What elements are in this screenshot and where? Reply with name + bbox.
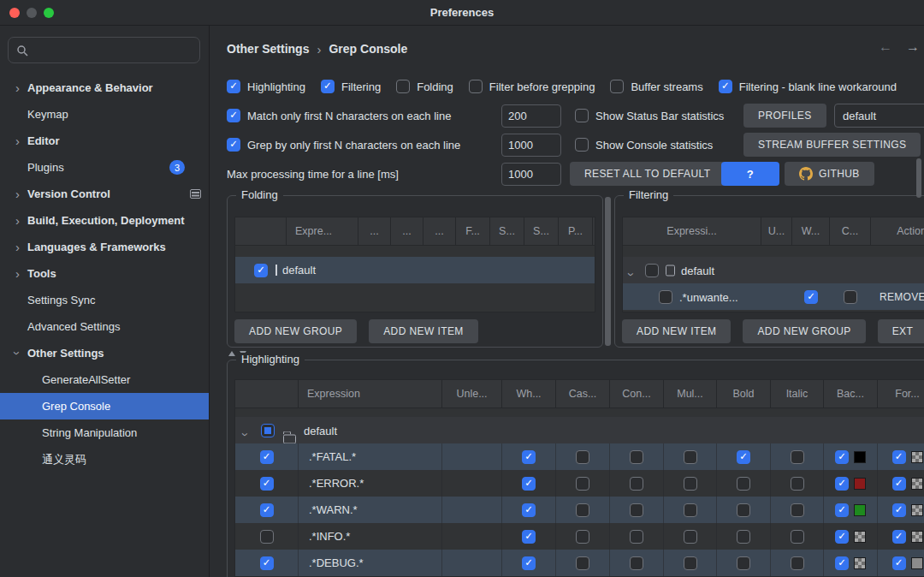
add-new-item-button[interactable]: ADD NEW ITEM xyxy=(622,319,731,343)
chevron-right-icon[interactable]: › xyxy=(11,81,24,94)
whole-line-checkbox[interactable] xyxy=(804,290,818,304)
filtering-row[interactable]: .*unwante...REMOVE xyxy=(623,283,924,310)
whole-line-checkbox[interactable] xyxy=(522,477,536,491)
column-header[interactable]: Wh... xyxy=(502,380,556,407)
column-header[interactable]: ... xyxy=(424,217,456,245)
highlighting-checkbox[interactable] xyxy=(227,80,240,93)
vertical-splitter[interactable] xyxy=(605,197,611,346)
profile-select[interactable]: default xyxy=(834,104,924,128)
whole-line-checkbox[interactable] xyxy=(522,503,536,517)
column-header[interactable]: ... xyxy=(391,217,424,245)
bold-checkbox[interactable] xyxy=(737,530,750,544)
sidebar-item-settings-sync[interactable]: ›Settings Sync xyxy=(0,287,209,313)
column-header[interactable]: For... xyxy=(878,380,924,407)
column-header[interactable]: W... xyxy=(792,217,830,245)
row-enabled-checkbox[interactable] xyxy=(260,477,274,491)
highlighting-row[interactable]: .*ERROR.* xyxy=(235,470,924,497)
expression-cell[interactable]: .*DEBUG.* xyxy=(309,556,364,569)
multiline-checkbox[interactable] xyxy=(684,477,697,491)
whole-line-checkbox[interactable] xyxy=(522,450,536,464)
folding-row[interactable]: default xyxy=(235,257,595,283)
buffer-streams-checkbox[interactable] xyxy=(610,80,624,93)
column-header[interactable]: F... xyxy=(456,217,490,245)
column-header[interactable]: U... xyxy=(761,217,792,245)
match-first-input[interactable] xyxy=(501,104,561,128)
sidebar-item-editor[interactable]: ›Editor xyxy=(0,128,209,154)
bold-checkbox[interactable] xyxy=(737,556,750,570)
column-header[interactable]: Action xyxy=(871,217,924,245)
foreground-color-swatch[interactable] xyxy=(911,451,923,463)
highlighting-row[interactable]: .*INFO.* xyxy=(235,523,924,550)
chevron-right-icon[interactable]: › xyxy=(11,187,24,200)
sidebar-item-languages-frameworks[interactable]: ›Languages & Frameworks xyxy=(0,234,209,260)
continue-matching-checkbox[interactable] xyxy=(630,530,643,544)
sidebar-item-appearance-behavior[interactable]: ›Appearance & Behavior xyxy=(0,74,209,101)
background-enabled-checkbox[interactable] xyxy=(835,556,849,570)
foreground-enabled-checkbox[interactable] xyxy=(892,477,906,491)
filtering-enabled-checkbox[interactable] xyxy=(659,290,672,304)
folding-checkbox[interactable] xyxy=(396,80,410,93)
group-enabled-checkbox[interactable] xyxy=(261,424,275,437)
case-insensitive-checkbox[interactable] xyxy=(576,530,589,544)
sidebar-item-other-settings[interactable]: ›Other Settings xyxy=(0,340,209,366)
background-color-swatch[interactable] xyxy=(854,531,866,543)
column-header[interactable]: Bac... xyxy=(824,380,878,407)
case-insensitive-checkbox[interactable] xyxy=(844,290,857,304)
background-color-swatch[interactable] xyxy=(854,451,866,463)
chevron-down-icon[interactable]: › xyxy=(11,347,24,360)
highlighting-row[interactable]: .*WARN.* xyxy=(235,497,924,523)
foreground-enabled-checkbox[interactable] xyxy=(892,556,906,570)
italic-checkbox[interactable] xyxy=(791,556,804,570)
sidebar-item-version-control[interactable]: ›Version Control xyxy=(0,181,209,207)
sidebar-item-tools[interactable]: ›Tools xyxy=(0,260,209,287)
filtering-group-checkbox[interactable] xyxy=(645,264,659,277)
grep-first-input[interactable] xyxy=(501,134,561,157)
bold-checkbox[interactable] xyxy=(737,450,750,464)
case-insensitive-checkbox[interactable] xyxy=(576,450,589,464)
column-header[interactable]: Italic xyxy=(771,380,824,407)
folding-enabled-checkbox[interactable] xyxy=(254,264,268,277)
column-header[interactable]: Cas... xyxy=(556,380,610,407)
highlighting-row[interactable]: .*DEBUG.* xyxy=(235,550,924,576)
sidebar-item-generateallsetter[interactable]: ›GenerateAllSetter xyxy=(0,366,209,393)
grep-first-checkbox[interactable] xyxy=(227,138,240,152)
breadcrumb-current[interactable]: Grep Console xyxy=(329,42,407,56)
zoom-button[interactable] xyxy=(44,8,54,18)
minimize-button[interactable] xyxy=(27,8,37,18)
column-header[interactable]: P... xyxy=(559,217,593,245)
highlighting-group-row[interactable]: ›default xyxy=(235,417,924,443)
continue-matching-checkbox[interactable] xyxy=(630,503,643,517)
background-color-swatch[interactable] xyxy=(854,557,866,569)
add-new-group-button[interactable]: ADD NEW GROUP xyxy=(743,319,865,343)
italic-checkbox[interactable] xyxy=(791,530,804,544)
match-first-checkbox[interactable] xyxy=(227,109,240,122)
background-enabled-checkbox[interactable] xyxy=(835,530,849,544)
case-insensitive-checkbox[interactable] xyxy=(576,477,589,491)
case-insensitive-checkbox[interactable] xyxy=(576,556,589,570)
column-header[interactable]: Expression xyxy=(299,380,442,407)
scrollbar-thumb[interactable] xyxy=(916,158,921,198)
bold-checkbox[interactable] xyxy=(737,477,750,491)
multiline-checkbox[interactable] xyxy=(684,530,697,544)
horizontal-splitter[interactable] xyxy=(227,348,924,360)
status-bar-checkbox[interactable] xyxy=(575,109,589,122)
italic-checkbox[interactable] xyxy=(791,477,804,491)
expression-cell[interactable]: .*INFO.* xyxy=(309,530,350,543)
chevron-right-icon[interactable]: › xyxy=(11,241,24,253)
sidebar-item-string-manipulation[interactable]: ›String Manipulation xyxy=(0,419,209,446)
column-header[interactable]: ... xyxy=(358,217,391,245)
max-processing-input[interactable] xyxy=(501,163,561,186)
profiles-button[interactable]: PROFILES xyxy=(743,104,826,128)
foreground-color-swatch[interactable] xyxy=(911,478,923,490)
expression-cell[interactable]: .*ERROR.* xyxy=(309,477,364,490)
add-new-item-button[interactable]: ADD NEW ITEM xyxy=(369,319,477,343)
foreground-color-swatch[interactable] xyxy=(911,557,923,569)
add-new-group-button[interactable]: ADD NEW GROUP xyxy=(234,319,357,343)
background-enabled-checkbox[interactable] xyxy=(835,450,849,464)
chevron-right-icon[interactable]: › xyxy=(11,267,24,280)
sidebar-item-keymap[interactable]: ›Keymap xyxy=(0,101,209,128)
splitter-collapse-up-icon[interactable] xyxy=(228,351,235,356)
multiline-checkbox[interactable] xyxy=(684,450,697,464)
multiline-checkbox[interactable] xyxy=(684,556,697,570)
continue-matching-checkbox[interactable] xyxy=(630,450,643,464)
